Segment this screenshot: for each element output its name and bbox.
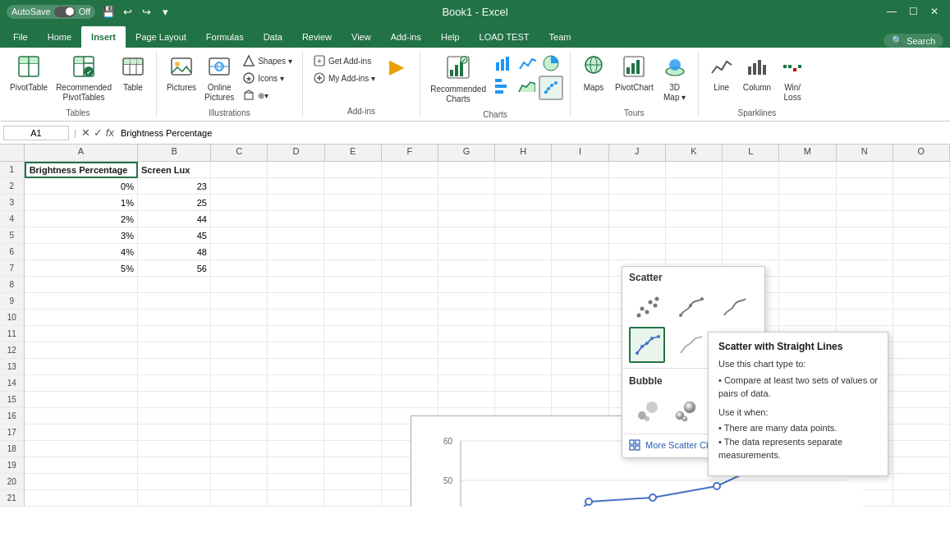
area-chart-button[interactable] (515, 76, 538, 100)
cell-j1[interactable] (609, 162, 666, 178)
cell-e8[interactable] (324, 277, 381, 293)
cell-e20[interactable] (324, 474, 381, 490)
cell-a18[interactable] (25, 441, 138, 457)
cell-o8[interactable] (893, 277, 950, 293)
cell-c11[interactable] (211, 326, 268, 342)
cell-f3[interactable] (382, 195, 438, 211)
maximize-button[interactable]: ☐ (904, 2, 922, 21)
cell-c15[interactable] (211, 392, 268, 408)
col-header-c[interactable]: C (211, 145, 268, 161)
cell-d5[interactable] (268, 227, 324, 244)
cell-a4[interactable]: 2% (25, 211, 138, 227)
cell-i5[interactable] (552, 227, 608, 244)
cell-i9[interactable] (552, 293, 608, 310)
cell-a13[interactable] (25, 359, 138, 375)
cell-j2[interactable] (609, 178, 666, 195)
cell-h3[interactable] (495, 195, 552, 211)
cell-a7[interactable]: 5% (25, 260, 138, 277)
cell-b6[interactable]: 48 (138, 244, 211, 260)
cell-f6[interactable] (382, 244, 438, 260)
cell-e12[interactable] (324, 342, 381, 359)
cell-o19[interactable] (893, 457, 950, 474)
redo-button[interactable]: ↪ (138, 3, 154, 20)
cell-d12[interactable] (268, 342, 324, 359)
cell-e1[interactable] (324, 162, 381, 178)
pivot-chart-button[interactable]: PivotChart (612, 53, 657, 95)
recommended-charts-button[interactable]: ✓ RecommendedCharts (427, 53, 489, 107)
cell-h15[interactable] (495, 392, 552, 408)
cell-n3[interactable] (837, 195, 893, 211)
cell-j6[interactable] (609, 244, 666, 260)
col-header-j[interactable]: J (609, 145, 666, 161)
autosave-toggle[interactable]: AutoSave Off (7, 5, 95, 19)
cell-c18[interactable] (211, 441, 268, 457)
cell-i8[interactable] (552, 277, 608, 293)
cell-e10[interactable] (324, 310, 381, 326)
cell-b17[interactable] (138, 425, 211, 441)
column-sparkline-button[interactable]: Column (740, 53, 774, 95)
table-button[interactable]: Table (117, 53, 149, 95)
cell-l5[interactable] (723, 227, 779, 244)
cell-l3[interactable] (723, 195, 779, 211)
cell-d8[interactable] (268, 277, 324, 293)
cell-a20[interactable] (25, 474, 138, 490)
cell-n2[interactable] (837, 178, 893, 195)
cell-a10[interactable] (25, 310, 138, 326)
cell-o10[interactable] (893, 310, 950, 326)
cell-c8[interactable] (211, 277, 268, 293)
cell-a15[interactable] (25, 392, 138, 408)
cell-b12[interactable] (138, 342, 211, 359)
cell-o1[interactable] (893, 162, 950, 178)
cell-f8[interactable] (382, 277, 438, 293)
cell-m6[interactable] (779, 244, 836, 260)
cell-d3[interactable] (268, 195, 324, 211)
cell-f7[interactable] (382, 260, 438, 277)
cell-c19[interactable] (211, 457, 268, 474)
cell-h6[interactable] (495, 244, 552, 260)
tab-view[interactable]: View (342, 26, 381, 48)
cell-b11[interactable] (138, 326, 211, 342)
cell-o18[interactable] (893, 441, 950, 457)
minimize-button[interactable]: — (883, 2, 901, 21)
cell-b16[interactable] (138, 408, 211, 425)
cell-n5[interactable] (837, 227, 893, 244)
cell-f2[interactable] (382, 178, 438, 195)
cell-l6[interactable] (723, 244, 779, 260)
cell-d7[interactable] (268, 260, 324, 277)
cell-o2[interactable] (893, 178, 950, 195)
cell-m5[interactable] (779, 227, 836, 244)
cell-o12[interactable] (893, 342, 950, 359)
cell-f9[interactable] (382, 293, 438, 310)
cell-a5[interactable]: 3% (25, 227, 138, 244)
cell-m3[interactable] (779, 195, 836, 211)
cell-e19[interactable] (324, 457, 381, 474)
col-header-i[interactable]: I (552, 145, 608, 161)
cell-b21[interactable] (138, 490, 211, 507)
cell-g13[interactable] (438, 359, 495, 375)
col-header-b[interactable]: B (138, 145, 211, 161)
cell-e3[interactable] (324, 195, 381, 211)
cell-d18[interactable] (268, 441, 324, 457)
scatter-smooth-no-markers-option[interactable] (716, 289, 752, 325)
cell-l4[interactable] (723, 211, 779, 227)
cell-j3[interactable] (609, 195, 666, 211)
cell-i10[interactable] (552, 310, 608, 326)
cell-f5[interactable] (382, 227, 438, 244)
cell-c4[interactable] (211, 211, 268, 227)
cell-i3[interactable] (552, 195, 608, 211)
cell-c21[interactable] (211, 490, 268, 507)
cell-k1[interactable] (666, 162, 723, 178)
cell-a21[interactable] (25, 490, 138, 507)
cell-h11[interactable] (495, 326, 552, 342)
cell-e4[interactable] (324, 211, 381, 227)
cell-h8[interactable] (495, 277, 552, 293)
cell-a3[interactable]: 1% (25, 195, 138, 211)
cell-c1[interactable] (211, 162, 268, 178)
bubble-3d-option[interactable] (667, 392, 703, 429)
cell-c10[interactable] (211, 310, 268, 326)
cell-o14[interactable] (893, 375, 950, 392)
cell-d15[interactable] (268, 392, 324, 408)
cell-o7[interactable] (893, 260, 950, 277)
col-header-m[interactable]: M (779, 145, 836, 161)
confirm-formula-icon[interactable]: ✓ (94, 126, 103, 139)
